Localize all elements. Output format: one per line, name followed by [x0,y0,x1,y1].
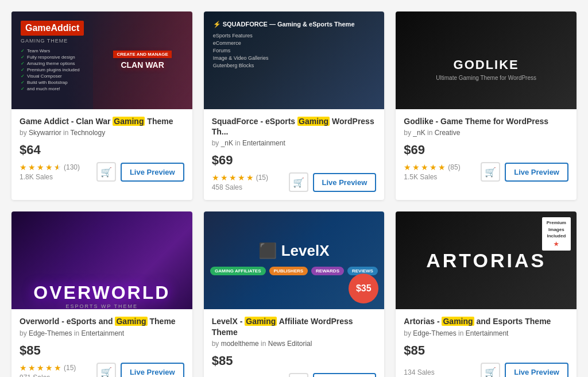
category-link[interactable]: Entertainment [81,329,124,337]
card-image-squadforce: ⚡ SQUADFORCE — Gaming & eSports Theme eS… [204,11,385,109]
sales-count-godlike: 1.5K Sales [404,173,460,181]
card-title-godlike: Godlike - Game Theme for WordPress [404,116,568,126]
card-title-overworld: Overworld - eSports and Gaming Theme [20,316,184,326]
card-title-gameaddict: Game Addict - Clan War Gaming Theme [20,116,184,126]
card-price-godlike: $69 [404,143,568,157]
preview-button-artorias[interactable]: Live Preview [505,363,568,377]
godlike-subtitle: Ultimate Gaming Theme for WordPress [436,75,536,81]
preview-button-gameaddict[interactable]: Live Preview [121,163,184,182]
card-footer-gameaddict: ★ ★ ★ ★ ★★ (130) 1.8K Sales 🛒 Live Previ… [20,162,184,182]
category-link[interactable]: Technology [70,129,105,137]
card-body-squadforce: SquadForce - eSports Gaming WordPress Th… [204,109,385,200]
card-godlike: GODLIKE Ultimate Gaming Theme for WordPr… [396,11,577,200]
star5-half: ★★ [54,163,61,172]
star4: ★ [45,163,53,172]
card-price-overworld: $85 [20,343,184,358]
card-price-squadforce: $69 [212,153,377,168]
rating-count-godlike: (85) [448,163,460,171]
author-link[interactable]: Edge-Themes [413,329,456,337]
title-highlight: Gaming [113,117,145,126]
card-image-artorias: ARTORIAS PremiumImagesIncluded ★ [396,211,577,309]
artorias-premium-badge: PremiumImagesIncluded ★ [542,217,571,251]
stars-overworld: ★ ★ ★ ★ ★ (15) [20,363,76,372]
badge-rewards: REWARDS [311,267,344,275]
card-title-squadforce: SquadForce - eSports Gaming WordPress Th… [212,116,377,137]
product-grid: GameAddict GAMING THEME Team Wars Fully … [11,11,577,377]
card-footer-artorias: 134 Sales 🛒 Live Preview [404,363,568,377]
category-link[interactable]: Entertainment [466,329,509,337]
rating-count-overworld: (15) [64,364,76,372]
card-gameaddict: GameAddict GAMING THEME Team Wars Fully … [11,11,192,200]
card-squadforce: ⚡ SQUADFORCE — Gaming & eSports Theme eS… [204,11,385,200]
sales-count-artorias: 134 Sales [404,368,434,376]
card-overworld: OVERWORLD ESPORTS WP THEME Overworld - e… [11,211,192,377]
badge-publishers: PUBLISHERS [269,267,308,275]
author-link[interactable]: modeltheme [221,340,259,348]
card-footer-levelx: 4 Sales 🛒 Live Preview [212,373,377,377]
levelx-price-badge: $35 [349,274,378,303]
cart-button-squadforce[interactable]: 🛒 [289,172,308,192]
title-highlight: Gaming [245,317,277,326]
card-footer-godlike: ★ ★ ★ ★ ★ (85) 1.5K Sales 🛒 Live Preview [404,162,568,182]
preview-button-squadforce[interactable]: Live Preview [313,173,377,192]
artorias-title: ARTORIAS [426,249,546,272]
card-price-levelx: $85 [212,353,377,368]
star2: ★ [28,163,36,172]
card-footer-overworld: ★ ★ ★ ★ ★ (15) 971 Sales 🛒 Live Preview [20,363,184,377]
title-highlight: Gaming [297,117,330,126]
card-author-squadforce: by _nK in Entertainment [212,139,377,147]
card-author-gameaddict: by Skywarrior in Technology [20,129,184,137]
card-footer-squadforce: ★ ★ ★ ★ ★ (15) 458 Sales 🛒 Live Preview [212,172,377,192]
stars-gameaddict: ★ ★ ★ ★ ★★ (130) [20,163,80,172]
levelx-badges: GAMING AFFILIATES PUBLISHERS REWARDS REV… [210,267,378,275]
gameaddict-features: Team Wars Fully responsive design Amazin… [21,48,183,93]
card-body-artorias: Artorias - Gaming and Esports Theme by E… [396,309,577,377]
card-author-artorias: by Edge-Themes in Entertainment [404,329,568,337]
badge-gaming: GAMING AFFILIATES [210,267,265,275]
levelx-content: ⬛ LevelX GAMING AFFILIATES PUBLISHERS RE… [204,211,385,309]
godlike-title: GODLIKE [454,57,519,72]
overworld-title: OVERWORLD [33,282,170,303]
card-author-overworld: by Edge-Themes in Entertainment [20,329,184,337]
cart-button-overworld[interactable]: 🛒 [96,363,116,377]
card-title-artorias: Artorias - Gaming and Esports Theme [404,316,568,326]
card-price-gameaddict: $64 [20,143,184,157]
card-body-levelx: LevelX - Gaming Affiliate WordPress Them… [204,309,385,377]
card-title-levelx: LevelX - Gaming Affiliate WordPress Them… [212,316,377,337]
category-link[interactable]: Creative [435,129,461,137]
stars-godlike: ★ ★ ★ ★ ★ (85) [404,163,460,172]
cart-button-gameaddict[interactable]: 🛒 [96,162,116,182]
stars-squadforce: ★ ★ ★ ★ ★ (15) [212,173,268,182]
card-author-godlike: by _nK in Creative [404,129,568,137]
squadforce-features: eSports Features eCommerce Forums Image … [213,33,376,70]
category-link[interactable]: News Editorial [268,340,312,348]
cart-button-godlike[interactable]: 🛒 [481,162,500,182]
preview-button-godlike[interactable]: Live Preview [505,163,568,182]
author-link[interactable]: Skywarrior [29,129,61,137]
card-actions-gameaddict: 🛒 Live Preview [96,162,184,182]
title-highlight: Gaming [115,317,147,326]
cart-button-levelx[interactable]: 🛒 [289,373,308,377]
star1: ★ [20,163,27,172]
category-link[interactable]: Entertainment [242,139,285,147]
card-image-overworld: OVERWORLD ESPORTS WP THEME [11,211,192,309]
sales-count-overworld: 971 Sales [20,374,76,377]
card-levelx: ⬛ LevelX GAMING AFFILIATES PUBLISHERS RE… [204,211,385,377]
overworld-subtitle: ESPORTS WP THEME [66,303,138,309]
rating-count-squadforce: (15) [256,174,268,182]
card-price-artorias: $85 [404,343,568,358]
author-link[interactable]: _nK [221,139,233,147]
preview-button-overworld[interactable]: Live Preview [121,363,184,377]
card-image-godlike: GODLIKE Ultimate Gaming Theme for WordPr… [396,11,577,109]
cart-button-artorias[interactable]: 🛒 [481,363,500,377]
title-highlight: Gaming [442,317,474,326]
gameaddict-logo: GameAddict [21,21,84,36]
card-body-overworld: Overworld - eSports and Gaming Theme by … [11,309,192,377]
levelx-logo: ⬛ LevelX [258,242,329,260]
author-link[interactable]: Edge-Themes [29,329,72,337]
preview-button-levelx[interactable]: Live Preview [313,373,377,377]
card-artorias: ARTORIAS PremiumImagesIncluded ★ Artoria… [396,211,577,377]
squadforce-logo: ⚡ SQUADFORCE — Gaming & eSports Theme [213,21,376,28]
author-link[interactable]: _nK [413,129,425,137]
rating-count-gameaddict: (130) [64,163,80,171]
